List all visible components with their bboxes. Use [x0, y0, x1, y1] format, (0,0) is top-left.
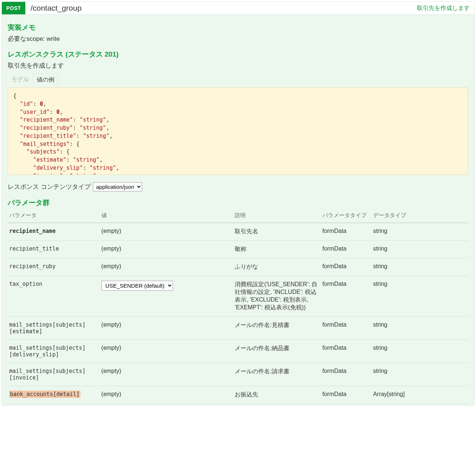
th-param: パラメータ: [8, 210, 100, 223]
th-dtype: データタイプ: [372, 210, 468, 223]
response-content-type-row: レスポンス コンテンツタイプ application/json: [8, 182, 468, 191]
table-row: bank_accounts[detail](empty)お振込先formData…: [8, 386, 468, 404]
param-desc: ふりがな: [233, 258, 321, 276]
parameters-title: パラメータ群: [8, 198, 468, 208]
param-value[interactable]: (empty): [100, 317, 234, 340]
th-desc: 説明: [233, 210, 321, 223]
tab-model[interactable]: モデル: [8, 73, 33, 86]
param-name: recipient_ruby: [9, 263, 55, 270]
th-ptype: パラメータタイプ: [321, 210, 372, 223]
table-row: mail_settings[subjects][estimate](empty)…: [8, 317, 468, 340]
param-value[interactable]: (empty): [100, 241, 234, 258]
endpoint-path: /contact_group: [25, 4, 417, 12]
param-value[interactable]: (empty): [100, 340, 234, 363]
response-description: 取引先を作成します: [8, 61, 468, 70]
param-type: formData: [321, 258, 372, 276]
response-tabs: モデル 値の例: [8, 73, 468, 86]
data-type: string: [372, 340, 468, 363]
param-desc: 敬称: [233, 241, 321, 258]
param-type: formData: [321, 340, 372, 363]
param-value[interactable]: (empty): [100, 258, 234, 276]
param-type: formData: [321, 223, 372, 241]
data-type: string: [372, 241, 468, 258]
data-type: Array[string]: [372, 386, 468, 404]
param-name: mail_settings[subjects][estimate]: [9, 321, 86, 335]
api-operation-panel: POST /contact_group 取引先を作成します 実装メモ 必要なsc…: [1, 1, 475, 406]
param-select[interactable]: USE_SENDER (default): [101, 281, 173, 291]
th-value: 値: [100, 210, 234, 223]
param-desc: お振込先: [233, 386, 321, 404]
memo-body: 必要なscope: write: [8, 35, 468, 43]
operation-header[interactable]: POST /contact_group 取引先を作成します: [2, 2, 474, 15]
table-row: recipient_title(empty)敬称formDatastring: [8, 241, 468, 258]
param-type: formData: [321, 317, 372, 340]
content-type-label: レスポンス コンテンツタイプ: [8, 183, 91, 191]
table-row: recipient_name(empty)取引先名formDatastring: [8, 223, 468, 241]
param-name: mail_settings[subjects][invoice]: [9, 368, 86, 381]
param-name: mail_settings[subjects][delivery_slip]: [9, 345, 86, 358]
param-type: formData: [321, 386, 372, 404]
param-type: formData: [321, 363, 372, 386]
param-name: recipient_name: [9, 228, 55, 234]
data-type: string: [372, 258, 468, 276]
param-value[interactable]: (empty): [100, 386, 234, 404]
param-desc: 取引先名: [233, 223, 321, 241]
param-name: bank_accounts[detail]: [9, 391, 80, 398]
parameters-table: パラメータ 値 説明 パラメータタイプ データタイプ recipient_nam…: [8, 210, 468, 404]
response-example-code[interactable]: { "id": 0, "user_id": 0, "recipient_name…: [8, 87, 468, 175]
tab-example[interactable]: 値の例: [33, 73, 58, 86]
param-value[interactable]: (empty): [100, 223, 234, 241]
operation-summary: 取引先を作成します: [417, 4, 474, 12]
content-type-select[interactable]: application/json: [93, 182, 142, 191]
table-row: tax_optionUSE_SENDER (default)消費税設定('USE…: [8, 276, 468, 317]
param-name: tax_option: [9, 281, 42, 287]
param-name: recipient_title: [9, 245, 59, 252]
data-type: string: [372, 276, 468, 317]
param-value[interactable]: (empty): [100, 363, 234, 386]
param-desc: メールの件名:納品書: [233, 340, 321, 363]
response-class-title: レスポンスクラス (ステータス 201): [8, 50, 468, 59]
table-row: mail_settings[subjects][invoice](empty)メ…: [8, 363, 468, 386]
param-type: formData: [321, 241, 372, 258]
data-type: string: [372, 317, 468, 340]
memo-title: 実装メモ: [8, 23, 468, 32]
data-type: string: [372, 363, 468, 386]
operation-content: 実装メモ 必要なscope: write レスポンスクラス (ステータス 201…: [2, 15, 474, 405]
table-row: mail_settings[subjects][delivery_slip](e…: [8, 340, 468, 363]
param-desc: メールの件名:見積書: [233, 317, 321, 340]
http-method-badge: POST: [2, 2, 25, 14]
param-desc: 消費税設定('USE_SENDER': 自社情報の設定, 'INCLUDE': …: [233, 276, 321, 317]
data-type: string: [372, 223, 468, 241]
param-type: formData: [321, 276, 372, 317]
param-desc: メールの件名:請求書: [233, 363, 321, 386]
table-row: recipient_ruby(empty)ふりがなformDatastring: [8, 258, 468, 276]
